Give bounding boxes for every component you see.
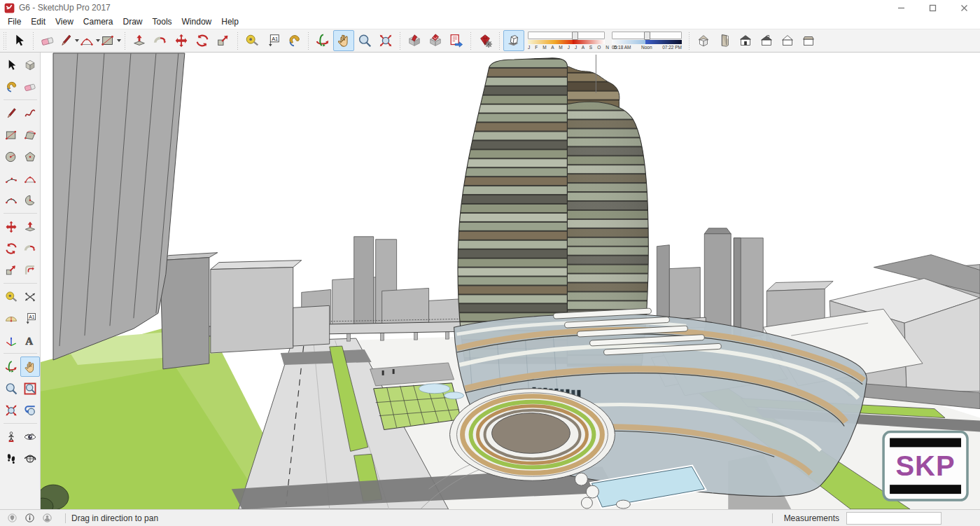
orbit-button[interactable]: [312, 30, 333, 51]
circle-button[interactable]: [1, 146, 21, 167]
view-right-icon: [801, 33, 816, 48]
user-icon[interactable]: [42, 513, 52, 523]
pie-button[interactable]: [20, 190, 40, 210]
previous-button[interactable]: [20, 400, 40, 420]
extension-warehouse-button[interactable]: [475, 30, 496, 51]
menu-item-edit[interactable]: Edit: [26, 15, 50, 29]
protractor-button[interactable]: [1, 308, 21, 328]
walk-button[interactable]: [1, 448, 21, 469]
status-message: Drag in direction to pan: [71, 513, 158, 523]
pan-button[interactable]: [20, 357, 40, 377]
view-left-button[interactable]: [777, 30, 798, 51]
freehand-icon: [23, 106, 37, 120]
rotate-button[interactable]: [192, 30, 213, 51]
menu-item-draw[interactable]: Draw: [118, 15, 148, 29]
look-around-button[interactable]: [20, 427, 40, 447]
line-button[interactable]: [1, 103, 21, 123]
large-tool-set: A1A: [0, 53, 41, 509]
tape-measure-button[interactable]: [1, 286, 21, 307]
zoom-extents-button[interactable]: [375, 30, 396, 51]
shadow-toggle-icon: [506, 33, 522, 48]
zoom-window-button[interactable]: [20, 378, 40, 399]
protractor-icon: [4, 312, 18, 326]
globe-arrows-icon: [23, 452, 37, 466]
menu-item-tools[interactable]: Tools: [148, 15, 177, 29]
toolbar-separator: [125, 32, 125, 50]
arc-icon: [4, 172, 18, 186]
axes-button[interactable]: [1, 330, 21, 350]
scale-button[interactable]: [1, 260, 21, 280]
paint-bucket-button[interactable]: [1, 76, 21, 97]
eraser-button[interactable]: [20, 76, 40, 97]
offset-button[interactable]: [20, 260, 40, 280]
sketchup-logo-icon: [4, 3, 15, 13]
menu-item-window[interactable]: Window: [177, 15, 217, 29]
follow-me-button[interactable]: [20, 238, 40, 258]
zoom-button[interactable]: [1, 378, 21, 399]
view-right-button[interactable]: [798, 30, 819, 51]
scale-button[interactable]: [213, 30, 234, 51]
move-button[interactable]: [1, 216, 21, 237]
send-to-layout-button[interactable]: [446, 30, 467, 51]
share-model-button[interactable]: [425, 30, 446, 51]
polygon-button[interactable]: [20, 146, 40, 167]
menu-item-help[interactable]: Help: [216, 15, 244, 29]
minimize-button[interactable]: [886, 0, 917, 15]
push-pull-button[interactable]: [129, 30, 150, 51]
rectangle-button[interactable]: [1, 125, 21, 145]
info-icon[interactable]: [24, 513, 35, 523]
view-back-button[interactable]: [756, 30, 777, 51]
rectangle-button[interactable]: [100, 30, 121, 51]
text-button[interactable]: A1: [20, 308, 40, 328]
pan-icon: [23, 360, 37, 374]
dimension-button[interactable]: [20, 286, 40, 307]
measurements-input[interactable]: [846, 512, 941, 525]
shadow-date-slider[interactable]: J F M A M J J A S O N D: [528, 32, 605, 50]
arc-button[interactable]: [1, 168, 21, 188]
move-button[interactable]: [171, 30, 192, 51]
rotated-rectangle-button[interactable]: [20, 125, 40, 145]
svg-text:A1: A1: [272, 36, 278, 42]
two-point-arc-button[interactable]: [79, 30, 100, 51]
menu-item-view[interactable]: View: [50, 15, 78, 29]
push-pull-button[interactable]: [20, 216, 40, 237]
three-point-arc-button[interactable]: [1, 190, 21, 210]
menu-item-camera[interactable]: Camera: [78, 15, 118, 29]
rectangle-dropdown-arrow-icon[interactable]: [117, 39, 121, 42]
make-component-button[interactable]: [20, 55, 40, 75]
eraser-button[interactable]: [37, 30, 58, 51]
freehand-button[interactable]: [20, 103, 40, 123]
text-button[interactable]: A1: [262, 30, 284, 51]
close-button[interactable]: [948, 0, 980, 15]
view-front-button[interactable]: [735, 30, 756, 51]
view-iso-button[interactable]: [693, 30, 714, 51]
orbit-button[interactable]: [1, 357, 21, 377]
pan-button[interactable]: [333, 30, 354, 51]
two-point-arc-button[interactable]: [20, 168, 40, 188]
globe-arrows-button[interactable]: [20, 448, 40, 469]
position-camera-button[interactable]: [1, 427, 21, 447]
3d-text-icon: A: [23, 333, 37, 347]
select-button[interactable]: [8, 30, 29, 51]
shadow-time-slider[interactable]: 05:18 AMNoon07:22 PM: [612, 32, 682, 50]
shadow-toggle-button[interactable]: [503, 30, 524, 51]
follow-me-button[interactable]: [150, 30, 171, 51]
view-top-button[interactable]: [714, 30, 735, 51]
3d-warehouse-button[interactable]: [404, 30, 425, 51]
maximize-button[interactable]: [917, 0, 948, 15]
zoom-extents-button[interactable]: [1, 400, 21, 420]
rotate-button[interactable]: [1, 238, 21, 258]
3d-text-button[interactable]: A: [20, 330, 40, 350]
model-viewport[interactable]: SKP: [41, 53, 980, 509]
dimension-icon: [23, 290, 37, 304]
menu-item-file[interactable]: File: [3, 15, 26, 29]
zoom-button[interactable]: [354, 30, 375, 51]
tape-measure-button[interactable]: [241, 30, 262, 51]
time-slider-handle[interactable]: [644, 32, 650, 40]
select-button[interactable]: [1, 55, 21, 75]
geolocation-icon[interactable]: [7, 513, 18, 523]
measurements-label: Measurements: [784, 513, 839, 523]
paint-bucket-button[interactable]: [284, 30, 304, 51]
date-slider-handle[interactable]: [572, 32, 578, 40]
line-button[interactable]: [58, 30, 79, 51]
